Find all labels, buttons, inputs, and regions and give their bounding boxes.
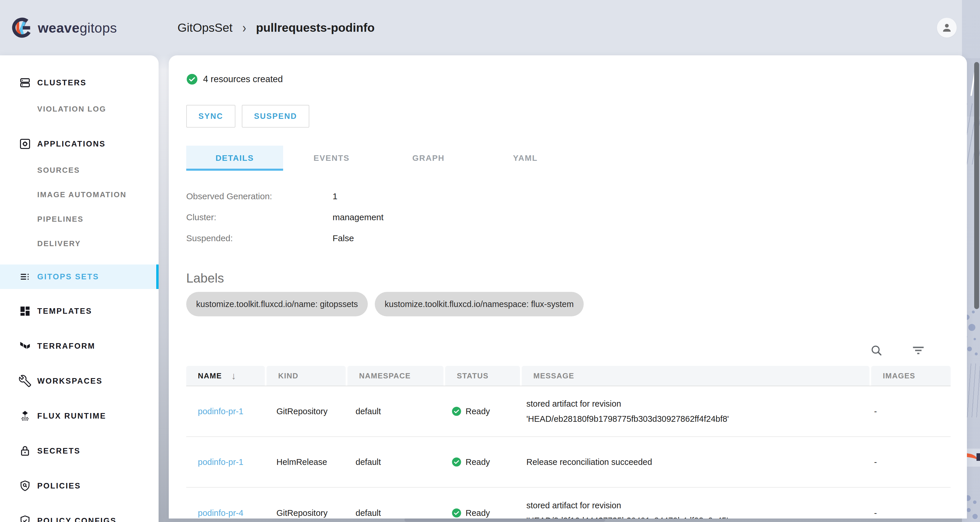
column-header-kind[interactable]: KIND [267, 366, 346, 386]
column-label: MESSAGE [533, 371, 574, 380]
workspaces-icon [19, 375, 32, 388]
sidebar-item-pipelines[interactable]: PIPELINES [0, 207, 159, 231]
check-circle-icon [452, 457, 461, 467]
status-label: Ready [466, 508, 490, 518]
sidebar-item-workspaces[interactable]: WORKSPACES [0, 364, 159, 399]
detail-label: Suspended: [186, 233, 332, 243]
sort-desc-icon[interactable]: ↓ [231, 370, 237, 382]
logo-wordmark: weavegitops [38, 20, 117, 36]
sidebar-item-image-automation[interactable]: IMAGE AUTOMATION [0, 182, 159, 207]
detail-tabs: DETAILS EVENTS GRAPH YAML [186, 146, 950, 171]
app-header: weavegitops GitOpsSet › pullrequests-pod… [0, 0, 980, 55]
tab-details[interactable]: DETAILS [186, 146, 283, 171]
policy-configs-icon [19, 514, 32, 522]
resource-name-link[interactable]: podinfo-pr-4 [186, 508, 265, 518]
sidebar-item-label: TERRAFORM [37, 342, 95, 351]
sidebar-item-label: TEMPLATES [37, 307, 92, 316]
label-chip: kustomize.toolkit.fluxcd.io/namespace: f… [375, 292, 584, 316]
resource-namespace: default [344, 508, 440, 518]
column-header-status[interactable]: STATUS [445, 366, 520, 386]
sidebar-item-label: POLICY CONFIGS [37, 516, 117, 522]
resource-status: 4 resources created [186, 73, 950, 85]
sync-button[interactable]: SYNC [186, 105, 235, 128]
weave-gitops-logo[interactable]: weavegitops [12, 17, 117, 38]
message-line: stored artifact for revision [527, 396, 862, 411]
sidebar-item-policy-configs[interactable]: POLICY CONFIGS [0, 503, 159, 522]
tab-yaml[interactable]: YAML [477, 146, 574, 171]
label-chip: kustomize.toolkit.fluxcd.io/name: gitops… [186, 292, 368, 316]
resource-kind: HelmRelease [265, 457, 344, 467]
terraform-icon [19, 340, 32, 353]
table-header-row: NAME ↓ KIND NAMESPACE STATUS MESSAGE IMA… [186, 366, 951, 386]
message-line: Release reconciliation succeeded [527, 455, 862, 469]
details-section: Observed Generation: 1 Cluster: manageme… [186, 186, 950, 249]
resource-status-cell: Ready [440, 508, 515, 518]
sidebar-item-sources[interactable]: SOURCES [0, 158, 159, 182]
resource-status-cell: Ready [440, 457, 515, 467]
resource-images: - [862, 407, 942, 416]
sidebar-nav: CLUSTERS VIOLATION LOG APPLICATIONS SOUR… [0, 55, 159, 522]
resource-name-link[interactable]: podinfo-pr-1 [186, 407, 265, 416]
search-icon[interactable] [870, 344, 883, 357]
sidebar-item-applications[interactable]: APPLICATIONS [0, 130, 159, 158]
detail-row: Suspended: False [186, 228, 950, 249]
column-header-images[interactable]: IMAGES [871, 366, 951, 386]
resource-status-cell: Ready [440, 406, 515, 416]
column-label: IMAGES [883, 371, 915, 380]
artwork-navy-block [977, 453, 980, 461]
sidebar-item-delivery[interactable]: DELIVERY [0, 231, 159, 256]
status-label: Ready [466, 457, 490, 467]
logo-word-gitops: gitops [80, 20, 117, 35]
vertical-scrollbar[interactable] [974, 62, 979, 309]
clusters-icon [19, 76, 32, 89]
resource-namespace: default [344, 457, 440, 467]
sidebar-item-secrets[interactable]: SECRETS [0, 433, 159, 468]
sidebar-item-flux-runtime[interactable]: FLUX RUNTIME [0, 399, 159, 433]
applications-icon [19, 137, 32, 150]
app-window: weavegitops GitOpsSet › pullrequests-pod… [0, 0, 980, 522]
sidebar-item-policies[interactable]: POLICIES [0, 468, 159, 503]
breadcrumb-current: pullrequests-podinfo [256, 21, 375, 35]
sidebar-item-templates[interactable]: TEMPLATES [0, 294, 159, 329]
tab-events[interactable]: EVENTS [283, 146, 380, 171]
person-icon [941, 22, 953, 34]
sidebar-item-label: CLUSTERS [37, 78, 87, 88]
check-circle-icon [452, 508, 461, 518]
status-text: 4 resources created [203, 74, 283, 85]
weave-gitops-logo-icon [12, 17, 33, 38]
sidebar-item-clusters[interactable]: CLUSTERS [0, 69, 159, 97]
main-content: 4 resources created SYNC SUSPEND DETAILS… [169, 55, 967, 519]
flux-runtime-icon [19, 410, 32, 422]
column-label: KIND [278, 371, 299, 380]
table-row: podinfo-pr-4 GitRepository default Ready… [186, 488, 951, 519]
resource-message: stored artifact for revision 'HEAD/eb281… [515, 396, 862, 426]
sidebar-item-label: SECRETS [37, 447, 81, 456]
message-line: 'HEAD/8d9f16d44437735b30401c84479b4df98e… [527, 513, 862, 519]
sidebar-item-terraform[interactable]: TERRAFORM [0, 329, 159, 364]
column-header-message[interactable]: MESSAGE [522, 366, 869, 386]
sidebar-item-label: PIPELINES [37, 215, 84, 224]
detail-label: Cluster: [186, 212, 332, 222]
sidebar-item-gitops-sets[interactable]: GITOPS SETS [0, 265, 159, 289]
sidebar-item-label: WORKSPACES [37, 377, 103, 386]
detail-value: 1 [332, 192, 337, 201]
resource-kind: GitRepository [265, 508, 344, 518]
resource-name-link[interactable]: podinfo-pr-1 [186, 457, 265, 467]
message-line: stored artifact for revision [527, 498, 862, 513]
labels-chips: kustomize.toolkit.fluxcd.io/name: gitops… [186, 292, 950, 316]
column-header-name[interactable]: NAME ↓ [186, 366, 265, 386]
sidebar-item-violation-log[interactable]: VIOLATION LOG [0, 97, 159, 121]
sidebar-item-label: GITOPS SETS [37, 272, 99, 281]
breadcrumb-parent[interactable]: GitOpsSet [178, 21, 232, 35]
status-label: Ready [466, 407, 490, 416]
templates-icon [19, 305, 32, 318]
user-avatar[interactable] [937, 18, 957, 38]
suspend-button[interactable]: SUSPEND [242, 105, 309, 128]
tab-graph[interactable]: GRAPH [380, 146, 477, 171]
filter-icon[interactable] [912, 344, 925, 357]
sidebar-item-label: FLUX RUNTIME [37, 412, 106, 421]
table-toolbar [186, 343, 950, 358]
resource-message: Release reconciliation succeeded [515, 455, 862, 469]
column-header-namespace[interactable]: NAMESPACE [347, 366, 444, 386]
sidebar-item-label: APPLICATIONS [37, 139, 106, 148]
